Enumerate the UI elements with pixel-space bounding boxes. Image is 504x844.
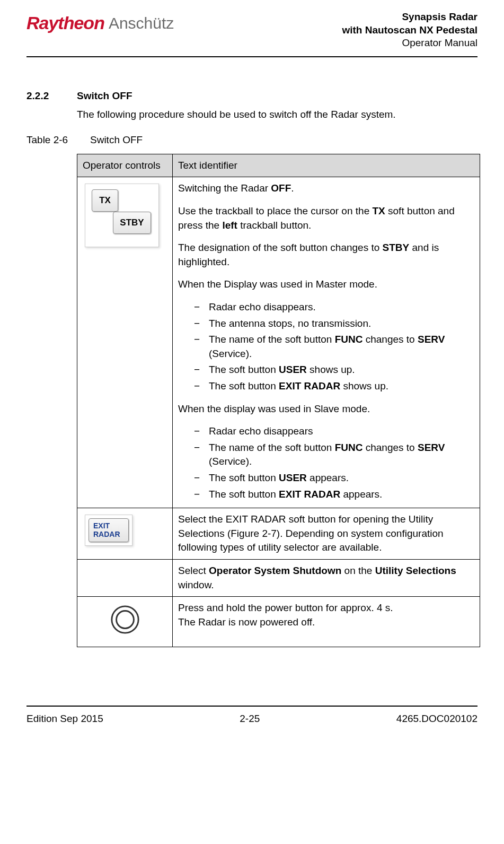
table-row: Select Operator System Shutdown on the U… (77, 559, 480, 596)
section-title: Switch OFF (77, 89, 132, 103)
operator-control-cell: EXIT RADAR (77, 508, 173, 560)
paragraph: Select the EXIT RADAR soft button for op… (178, 512, 474, 555)
page-footer: Edition Sep 2015 2-25 4265.DOC020102 (26, 706, 478, 726)
table-caption-num: Table 2-6 (26, 133, 69, 147)
logo-raytheon: Raytheon (26, 11, 104, 36)
section-number: 2.2.2 (26, 89, 56, 103)
paragraph: The designation of the soft button chang… (178, 241, 474, 269)
text-identifier-cell: Select the EXIT RADAR soft button for op… (173, 508, 480, 560)
paragraph: When the Display was used in Master mode… (178, 277, 474, 292)
list-item: Radar echo disappears (194, 424, 474, 439)
footer-doc-id: 4265.DOC020102 (396, 712, 478, 726)
power-button-icon (110, 604, 140, 635)
paragraph: Switching the Radar OFF. (178, 181, 474, 196)
table-row: TX STBY Switching the Radar OFF. Use the… (77, 177, 480, 508)
doc-title-block: Synapsis Radar with Nautoscan NX Pedesta… (342, 11, 478, 50)
footer-page-number: 2-25 (240, 712, 260, 726)
list-item: The soft button USER appears. (194, 471, 474, 485)
master-mode-list: Radar echo disappears. The antenna stops… (178, 300, 474, 394)
doc-title-line3: Operator Manual (342, 37, 478, 50)
table-caption: Table 2-6 Switch OFF (26, 133, 478, 147)
operator-control-cell (77, 597, 173, 647)
list-item: The name of the soft button FUNC changes… (194, 333, 474, 361)
operator-control-cell: TX STBY (77, 177, 173, 508)
list-item: The soft button EXIT RADAR shows up. (194, 379, 474, 394)
exit-radar-soft-button: EXIT RADAR (89, 518, 129, 542)
table-caption-text: Switch OFF (90, 133, 143, 147)
table-row: Press and hold the power button for appr… (77, 597, 480, 647)
paragraph: Select Operator System Shutdown on the U… (178, 564, 474, 592)
doc-title-line1: Synapsis Radar (342, 11, 478, 24)
table-header-col1: Operator controls (77, 154, 173, 177)
list-item: The soft button USER shows up. (194, 363, 474, 377)
text-identifier-cell: Switching the Radar OFF. Use the trackba… (173, 177, 480, 508)
operator-control-cell (77, 559, 173, 596)
stby-soft-button: STBY (113, 212, 151, 234)
section-heading: 2.2.2 Switch OFF (26, 89, 478, 103)
table-header-col2: Text identifier (173, 154, 480, 177)
list-item: Radar echo disappears. (194, 300, 474, 315)
doc-title-line2: with Nautoscan NX Pedestal (342, 24, 478, 37)
list-item: The name of the soft button FUNC changes… (194, 441, 474, 469)
text-identifier-cell: Select Operator System Shutdown on the U… (173, 559, 480, 596)
text-identifier-cell: Press and hold the power button for appr… (173, 597, 480, 647)
exit-radar-button-wrap: EXIT RADAR (85, 515, 132, 546)
list-item: The antenna stops, no transmission. (194, 317, 474, 331)
paragraph: When the display was used in Slave mode. (178, 402, 474, 416)
page-header: Raytheon Anschütz Synapsis Radar with Na… (26, 11, 478, 57)
list-item: The soft button EXIT RADAR appears. (194, 488, 474, 502)
tx-soft-button: TX (92, 189, 118, 212)
paragraph: Use the trackball to place the cursor on… (178, 204, 474, 232)
table-row: EXIT RADAR Select the EXIT RADAR soft bu… (77, 508, 480, 560)
tx-stby-button-group: TX STBY (85, 184, 159, 247)
paragraph: The Radar is now powered off. (178, 615, 474, 630)
logo-block: Raytheon Anschütz (26, 11, 174, 36)
paragraph: Press and hold the power button for appr… (178, 601, 474, 615)
slave-mode-list: Radar echo disappears The name of the so… (178, 424, 474, 501)
procedure-table: Operator controls Text identifier TX STB… (77, 154, 480, 647)
svg-point-1 (116, 611, 134, 629)
logo-anschutz: Anschütz (109, 12, 174, 34)
footer-edition: Edition Sep 2015 (26, 712, 103, 726)
section-intro: The following procedure should be used t… (77, 108, 478, 122)
